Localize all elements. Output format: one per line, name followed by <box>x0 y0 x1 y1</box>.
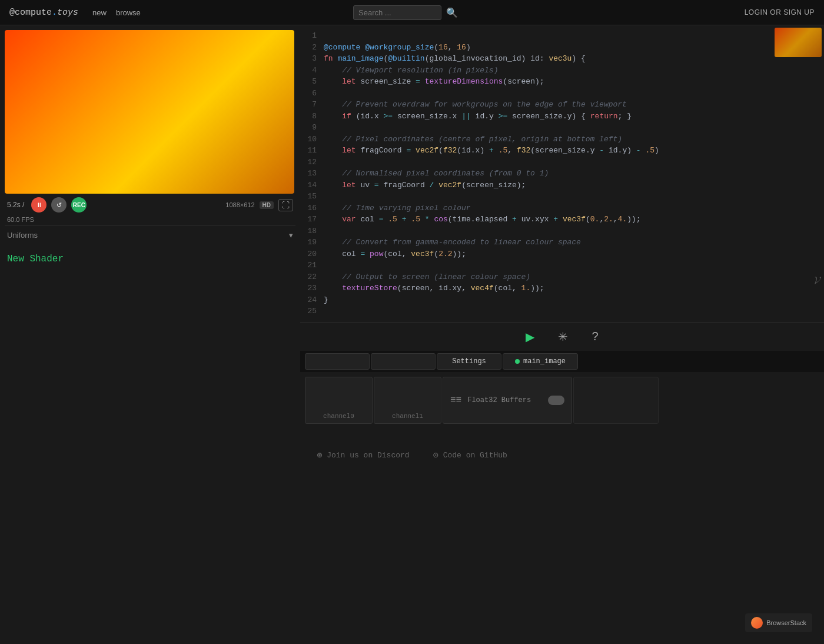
float32-toggle[interactable] <box>548 396 564 405</box>
tab-settings[interactable]: Settings <box>437 353 501 370</box>
channel0-box[interactable]: channel0 <box>305 377 373 424</box>
github-icon: ⊙ <box>433 450 438 461</box>
dot-indicator <box>515 359 520 364</box>
tab-main-image[interactable]: main_image <box>503 353 578 370</box>
restart-button[interactable]: ↺ <box>51 197 67 213</box>
time-display: 5.2s / <box>7 201 24 209</box>
uniforms-chevron: ▾ <box>289 231 293 240</box>
uniforms-toggle[interactable]: Uniforms ▾ <box>5 225 295 244</box>
code-editor[interactable]: @compute @workgroup_size(16, 16)fn main_… <box>321 25 824 322</box>
main-layout: 5.2s / ⏸ ↺ REC 1088×612 HD ⛶ 60.0 FPS Un… <box>0 25 824 426</box>
channel1-label: channel1 <box>392 413 423 420</box>
thumbnail-gradient <box>775 28 822 57</box>
search-area: 🔍 <box>353 5 471 20</box>
play-button[interactable]: ▶ <box>526 330 534 344</box>
channel0-label: channel0 <box>323 413 354 420</box>
line-numbers: 1 2 3 4 5 6 7 8 9 10 11 12 13 14 15 16 1… <box>300 25 321 322</box>
logo-at: @ <box>9 8 15 18</box>
expand-button[interactable]: ⛶ <box>278 199 293 211</box>
float32-label: Float32 Buffers <box>467 396 531 404</box>
browserstack-logo <box>751 617 763 629</box>
logo[interactable]: @compute.toys <box>9 8 78 18</box>
float32-icon: ≡≡ <box>450 395 461 406</box>
editor-area[interactable]: 1 2 3 4 5 6 7 8 9 10 11 12 13 14 15 16 1… <box>300 25 824 322</box>
search-button[interactable]: 🔍 <box>444 6 460 19</box>
new-shader-button[interactable]: New Shader <box>5 244 66 274</box>
controls-bar: 5.2s / ⏸ ↺ REC 1088×612 HD ⛶ <box>5 194 295 216</box>
editor-toolbar: ▶ ✳ ? <box>300 322 824 351</box>
browserstack-label: BrowserStack <box>766 619 806 626</box>
tab-main-image-label: main_image <box>523 357 566 366</box>
empty-channel-box <box>573 377 659 424</box>
thumbnail <box>775 28 822 57</box>
nav-browse[interactable]: browse <box>116 8 141 17</box>
right-panel: 1 2 3 4 5 6 7 8 9 10 11 12 13 14 15 16 1… <box>300 25 824 426</box>
github-label: Code on GitHub <box>443 451 507 460</box>
record-button[interactable]: REC <box>71 197 87 213</box>
channels-section: channel0 channel1 ≡≡ Float32 Buffers <box>300 374 824 426</box>
help-button[interactable]: ? <box>592 330 598 343</box>
preview-container <box>5 30 294 194</box>
hd-badge: HD <box>260 201 274 209</box>
discord-label: Join us on Discord <box>327 451 409 460</box>
left-panel: 5.2s / ⏸ ↺ REC 1088×612 HD ⛶ 60.0 FPS Un… <box>0 25 300 426</box>
tab-1[interactable] <box>305 353 370 370</box>
header: @compute.toys new browse 🔍 LOGIN OR SIGN… <box>0 0 824 25</box>
nav-new[interactable]: new <box>92 8 107 17</box>
logo-dot: . <box>52 8 57 18</box>
discord-icon: ⊛ <box>317 450 322 461</box>
browserstack-badge: BrowserStack <box>745 613 812 632</box>
auth-links[interactable]: LOGIN OR SIGN UP <box>745 8 815 16</box>
discord-link[interactable]: ⊛ Join us on Discord <box>317 450 409 461</box>
resolution-display: 1088×612 <box>225 201 254 208</box>
preview-gradient <box>5 30 294 194</box>
footer: ⊛ Join us on Discord ⊙ Code on GitHub <box>0 438 824 473</box>
vega-icon: 𝓥 <box>813 275 819 287</box>
logo-compute: compute <box>15 8 52 18</box>
pause-button[interactable]: ⏸ <box>31 197 46 213</box>
search-input[interactable] <box>353 5 441 20</box>
compile-button[interactable]: ✳ <box>558 330 568 344</box>
tabs-row: Settings main_image <box>300 351 824 372</box>
fps-display: 60.0 FPS <box>5 216 295 225</box>
github-link[interactable]: ⊙ Code on GitHub <box>433 450 507 461</box>
uniforms-label: Uniforms <box>7 231 38 240</box>
float32-box: ≡≡ Float32 Buffers <box>443 377 572 424</box>
channel1-box[interactable]: channel1 <box>374 377 441 424</box>
logo-toys: toys <box>57 8 78 18</box>
tab-2[interactable] <box>371 353 436 370</box>
